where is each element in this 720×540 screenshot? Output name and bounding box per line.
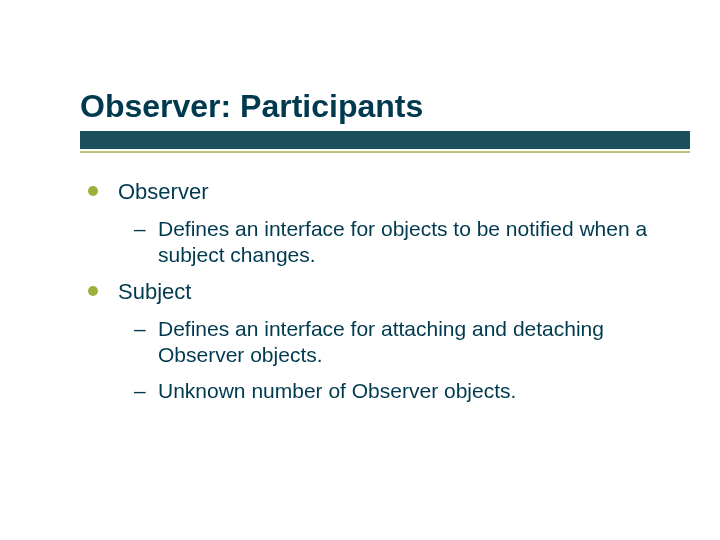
title-block: Observer: Participants: [80, 88, 690, 153]
slide-title: Observer: Participants: [80, 88, 690, 125]
list-item: Observer: [80, 178, 680, 206]
list-subitem-text: Defines an interface for attaching and d…: [158, 317, 604, 366]
list-subitem: – Unknown number of Observer objects.: [80, 378, 680, 404]
dash-icon: –: [134, 378, 146, 404]
list-item-label: Subject: [118, 279, 191, 304]
bullet-icon: [88, 286, 98, 296]
list-subitem-text: Defines an interface for objects to be n…: [158, 217, 647, 266]
list-subitem: – Defines an interface for objects to be…: [80, 216, 680, 269]
title-rule-dark: [80, 131, 690, 149]
dash-icon: –: [134, 216, 146, 242]
list-subitem-text: Unknown number of Observer objects.: [158, 379, 516, 402]
slide: Observer: Participants Observer – Define…: [0, 0, 720, 540]
list-item: Subject: [80, 278, 680, 306]
dash-icon: –: [134, 316, 146, 342]
list-item-label: Observer: [118, 179, 208, 204]
title-rule-light: [80, 151, 690, 153]
list-subitem: – Defines an interface for attaching and…: [80, 316, 680, 369]
bullet-icon: [88, 186, 98, 196]
slide-body: Observer – Defines an interface for obje…: [80, 178, 680, 414]
